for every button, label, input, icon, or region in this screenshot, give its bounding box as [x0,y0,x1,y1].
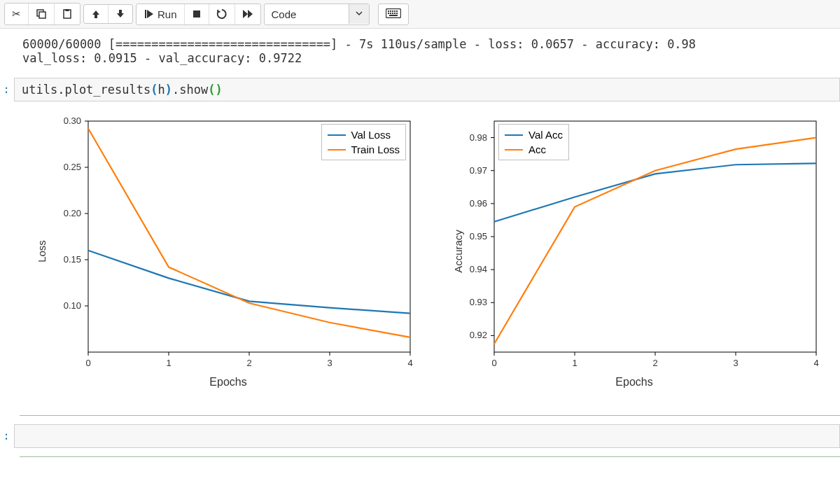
plots-output: Loss Val LossTrain Loss 012340.100.150.2… [20,107,840,402]
svg-rect-16 [389,15,398,16]
cut-button[interactable]: ✂ [5,4,29,24]
arrow-down-icon [115,9,125,19]
svg-text:0.25: 0.25 [64,162,81,172]
svg-text:0.97: 0.97 [470,165,487,176]
interrupt-button[interactable] [185,4,209,24]
toolbar: ✂ Run Code [0,0,840,29]
tb-group-move [83,4,133,24]
svg-text:0.94: 0.94 [470,264,487,274]
empty-code-input[interactable] [14,424,840,448]
accuracy-plot: Accuracy Val AccAcc 012340.920.930.940.9… [445,114,823,388]
code-input[interactable]: utils.plot_results(h).show() [14,78,840,102]
svg-text:2: 2 [246,358,251,368]
cell-type-select[interactable]: Code [264,4,370,25]
svg-text:0.10: 0.10 [64,300,81,311]
svg-rect-3 [66,9,69,11]
svg-text:0.30: 0.30 [64,115,81,126]
legend-label: Val Loss [351,129,391,141]
svg-text:0.92: 0.92 [470,330,487,340]
loss-plot: Loss Val LossTrain Loss 012340.100.150.2… [39,114,417,388]
restart-icon [216,8,227,20]
legend-label: Acc [528,144,546,155]
acc-ylabel: Accuracy [452,230,464,273]
svg-rect-15 [396,13,398,14]
notebook-area: 60000/60000 [===========================… [0,29,840,457]
run-label: Run [158,8,177,20]
svg-text:3: 3 [327,358,332,368]
run-button[interactable]: Run [136,4,185,24]
training-output: 60000/60000 [===========================… [20,33,840,72]
svg-rect-6 [388,10,389,12]
svg-text:0: 0 [85,358,90,368]
svg-rect-9 [394,10,396,12]
svg-rect-12 [390,13,391,14]
svg-text:4: 4 [407,358,412,368]
svg-text:0.98: 0.98 [470,132,487,143]
svg-rect-4 [193,10,200,18]
cell-type-label: Code [265,4,349,24]
svg-text:0: 0 [491,358,496,368]
fast-forward-icon [242,8,253,20]
svg-text:4: 4 [813,358,818,368]
svg-text:0.95: 0.95 [470,231,487,241]
loss-legend: Val LossTrain Loss [321,124,406,160]
loss-xlabel: Epochs [39,376,417,388]
legend-label: Train Loss [351,144,400,155]
empty-cell-prompt: : [0,424,14,448]
restart-run-all-button[interactable] [235,4,260,24]
loss-ylabel: Loss [36,240,48,262]
svg-text:0.15: 0.15 [64,254,81,265]
svg-text:2: 2 [652,358,657,368]
svg-rect-8 [392,10,393,12]
arrow-up-icon [91,9,101,19]
output-line-2: val_loss: 0.0915 - val_accuracy: 0.9722 [22,51,302,65]
run-step-icon [144,8,155,20]
paste-icon [62,8,73,20]
svg-rect-1 [39,12,46,18]
svg-rect-10 [396,10,398,12]
keyboard-icon [386,10,401,20]
tb-group-run: Run [136,4,261,25]
acc-legend: Val AccAcc [498,124,569,160]
tb-group-edit: ✂ [4,3,80,25]
stop-icon [192,9,202,19]
svg-text:0.93: 0.93 [470,297,487,307]
svg-text:0.96: 0.96 [470,198,487,209]
svg-rect-13 [392,13,393,14]
output-line-1: 60000/60000 [===========================… [22,37,696,51]
code-cell: : utils.plot_results(h).show() [20,78,840,102]
empty-cell: : [20,424,840,448]
cell-separator: : [20,415,840,457]
command-palette-button[interactable] [378,4,409,25]
svg-text:3: 3 [733,358,738,368]
svg-text:0.20: 0.20 [64,208,81,218]
copy-icon [36,8,47,20]
restart-button[interactable] [209,4,235,24]
legend-label: Val Acc [528,129,563,141]
svg-rect-11 [388,13,389,14]
paste-button[interactable] [55,4,80,24]
svg-text:1: 1 [572,358,577,368]
move-up-button[interactable] [84,5,108,23]
svg-text:1: 1 [166,358,171,368]
acc-xlabel: Epochs [445,376,823,388]
svg-rect-14 [394,13,396,14]
move-down-button[interactable] [108,5,132,23]
scissors-icon: ✂ [12,8,21,20]
chevron-down-icon [349,4,369,24]
cell-prompt: : [0,78,14,102]
svg-rect-7 [390,10,391,12]
copy-button[interactable] [29,4,55,24]
